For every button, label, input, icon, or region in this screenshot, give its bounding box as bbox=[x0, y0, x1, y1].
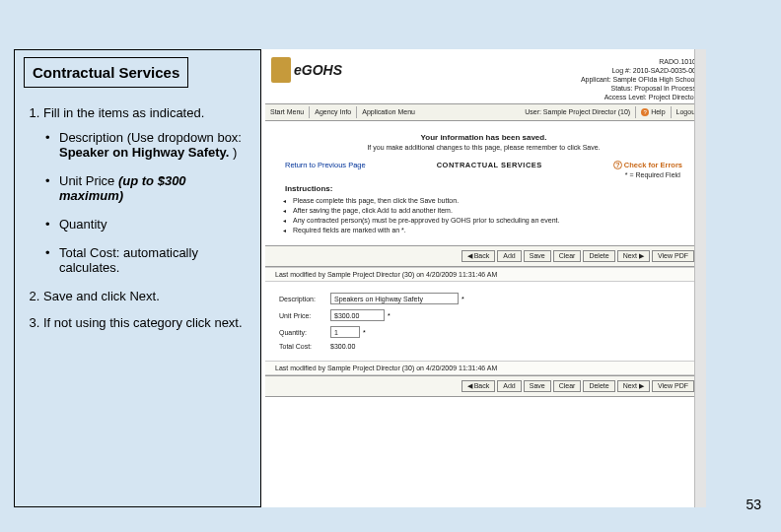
instr-3: Any contracted person(s) must be pre-app… bbox=[293, 217, 702, 224]
logo-icon bbox=[271, 57, 291, 83]
nav-help-label: Help bbox=[651, 108, 665, 115]
qty-input[interactable]: 1 bbox=[330, 326, 360, 338]
back-button[interactable]: ◀ Back bbox=[462, 250, 496, 262]
required-star: * bbox=[363, 329, 366, 336]
form-area: Description: Speakers on Highway Safety … bbox=[265, 282, 702, 361]
next-button[interactable]: Next ▶ bbox=[617, 250, 650, 262]
clear-button[interactable]: Clear bbox=[553, 380, 582, 392]
question-icon: ? bbox=[613, 161, 622, 169]
back-button[interactable]: ◀ Back bbox=[462, 380, 496, 392]
nav-agency[interactable]: Agency Info bbox=[310, 106, 357, 118]
nav-appmenu[interactable]: Application Menu bbox=[357, 106, 420, 118]
clear-button[interactable]: Clear bbox=[553, 250, 582, 262]
required-field-note: * = Required Field bbox=[265, 171, 702, 178]
nav-help[interactable]: ?Help bbox=[636, 106, 671, 118]
meta-line-1: RADO.1010 bbox=[581, 57, 696, 66]
instructions-list: Please complete this page, then click th… bbox=[265, 197, 702, 233]
required-star: * bbox=[462, 296, 464, 302]
bullet-total: Total Cost: automatically calculates. bbox=[59, 245, 250, 275]
return-link[interactable]: Return to Previous Page bbox=[285, 161, 366, 169]
viewpdf-button[interactable]: View PDF bbox=[652, 250, 694, 262]
page-number: 53 bbox=[746, 497, 761, 512]
meta-line-3: Applicant: Sample OFlda High School bbox=[581, 75, 696, 84]
scrollbar[interactable] bbox=[694, 49, 706, 507]
meta-line-4: Status: Proposal In Process bbox=[581, 84, 696, 93]
check-errors-label: Check for Errors bbox=[624, 161, 682, 169]
button-row-bottom: ◀ Back Add Save Clear Delete Next ▶ View… bbox=[265, 375, 702, 397]
delete-button[interactable]: Delete bbox=[583, 380, 614, 392]
logo-text: eGOHS bbox=[294, 62, 342, 78]
app-logo: eGOHS bbox=[271, 57, 342, 83]
help-icon: ? bbox=[641, 108, 649, 116]
desc-label: Description: bbox=[279, 296, 330, 302]
left-instructions-panel: Contractual Services Fill in the items a… bbox=[14, 49, 260, 507]
nav-start[interactable]: Start Menu bbox=[265, 106, 310, 118]
instr-4: Required fields are marked with an *. bbox=[293, 227, 702, 233]
page-title: CONTRACTUAL SERVICES bbox=[437, 161, 542, 169]
unit-input[interactable]: $300.00 bbox=[330, 309, 385, 321]
save-button[interactable]: Save bbox=[524, 250, 551, 262]
last-modified-2: Last modified by Sample Project Director… bbox=[265, 361, 702, 375]
desc-post: ) bbox=[229, 145, 237, 160]
delete-button[interactable]: Delete bbox=[583, 250, 614, 262]
unitprice-pre: Unit Price bbox=[59, 173, 118, 188]
save-button[interactable]: Save bbox=[524, 380, 551, 392]
app-screenshot: eGOHS RADO.1010 Log #: 2010-SA2D-0035-00… bbox=[260, 49, 706, 507]
qty-label: Quantity: bbox=[279, 329, 330, 336]
step-1: Fill in the items as indicated. Descript… bbox=[43, 105, 250, 275]
unit-label: Unit Price: bbox=[279, 312, 330, 319]
desc-select[interactable]: Speakers on Highway Safety bbox=[330, 293, 459, 304]
instr-2: After saving the page, click Add to add … bbox=[293, 207, 702, 214]
desc-pre: Description (Use dropdown box: bbox=[59, 130, 242, 145]
viewpdf-button[interactable]: View PDF bbox=[652, 380, 694, 392]
header-meta: RADO.1010 Log #: 2010-SA2D-0035-00 Appli… bbox=[581, 57, 696, 101]
last-modified: Last modified by Sample Project Director… bbox=[265, 267, 702, 282]
button-row-top: ◀ Back Add Save Clear Delete Next ▶ View… bbox=[265, 245, 702, 267]
total-label: Total Cost: bbox=[279, 343, 330, 350]
add-button[interactable]: Add bbox=[497, 380, 521, 392]
required-star: * bbox=[388, 312, 390, 319]
add-button[interactable]: Add bbox=[497, 250, 521, 262]
step-3: If not using this category click next. bbox=[43, 315, 250, 330]
desc-bold: Speaker on Highway Safety. bbox=[59, 145, 229, 160]
instr-1: Please complete this page, then click th… bbox=[293, 197, 702, 204]
meta-line-2: Log #: 2010-SA2D-0035-00 bbox=[581, 66, 696, 75]
step-1-text: Fill in the items as indicated. bbox=[43, 105, 204, 120]
nav-user: User: Sample Project Director (10) bbox=[520, 106, 636, 118]
saved-message: Your information has been saved. bbox=[265, 133, 702, 142]
saved-sub: If you make additional changes to this p… bbox=[265, 144, 702, 151]
section-title: Contractual Services bbox=[24, 57, 188, 88]
meta-line-5: Access Level: Project Director bbox=[581, 93, 696, 101]
instructions-head: Instructions: bbox=[265, 184, 702, 193]
next-button[interactable]: Next ▶ bbox=[617, 380, 650, 392]
bullet-unitprice: Unit Price (up to $300 maximum) bbox=[59, 173, 250, 203]
check-errors-link[interactable]: ? Check for Errors bbox=[613, 161, 682, 169]
step-2: Save and click Next. bbox=[43, 289, 250, 303]
total-value: $300.00 bbox=[330, 343, 355, 350]
bullet-quantity: Quantity bbox=[59, 217, 250, 232]
nav-bar: Start Menu Agency Info Application Menu … bbox=[265, 103, 702, 121]
bullet-description: Description (Use dropdown box: Speaker o… bbox=[59, 130, 250, 160]
